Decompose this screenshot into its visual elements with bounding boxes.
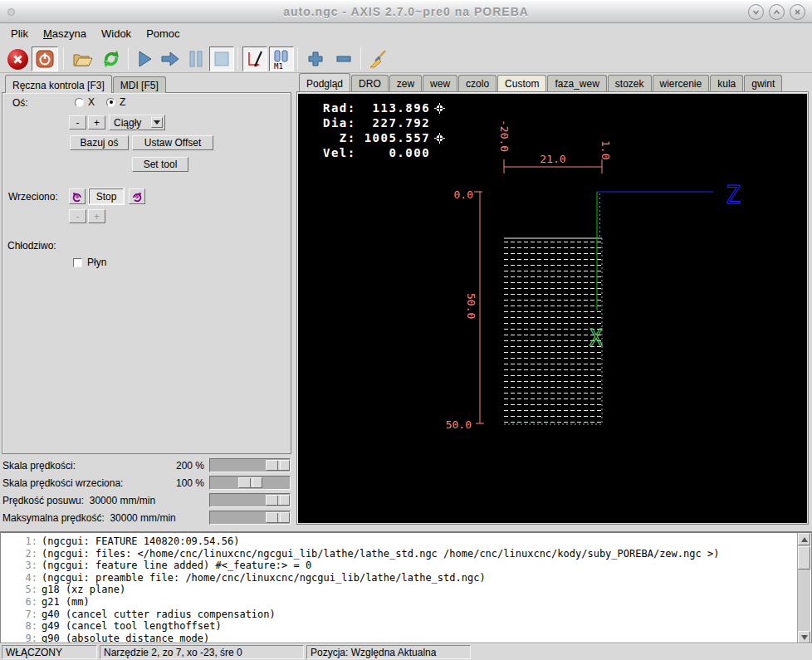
z-axis-letter: Z	[726, 180, 741, 209]
gcode-line-number: 4:	[1, 572, 37, 584]
gcode-line[interactable]: 3: (ngcgui: feature line added) #<_featu…	[1, 560, 811, 572]
toggle-optional-stop-button[interactable]: M1	[269, 46, 294, 71]
spindle-reverse-button[interactable]	[69, 188, 86, 204]
gcode-line-text: g18 (xz plane)	[42, 584, 125, 596]
stop-icon	[213, 51, 230, 67]
tool-info-status: Narzędzie 2, zo 7, xo -23, śre 0	[100, 645, 304, 659]
preview-tab[interactable]: DRO	[351, 75, 389, 91]
slider-handle[interactable]	[266, 495, 290, 506]
scrollbar-thumb[interactable]	[798, 546, 810, 570]
backplot-canvas[interactable]: 21.0 -20.0 1.0 0.0 50.0 50.0 Z X Rad: 11…	[298, 94, 807, 523]
gcode-line[interactable]: 5: g18 (xz plane)	[1, 584, 811, 596]
slider-row: Prędkość posuwu: 30000 mm/min	[0, 492, 292, 509]
preview-tab[interactable]: Custom	[497, 75, 546, 91]
gcode-line[interactable]: 2: (ngcgui: files: </home/cnc/linuxcnc/n…	[1, 548, 811, 560]
maximize-button[interactable]	[769, 4, 785, 20]
jog-minus-button[interactable]: -	[69, 115, 86, 130]
slider-handle[interactable]	[238, 477, 262, 488]
step-line-button[interactable]	[158, 46, 183, 71]
preview-tab[interactable]: stozek	[608, 75, 652, 91]
emergency-stop-button[interactable]	[5, 46, 30, 71]
gcode-line[interactable]: 9: g90 (absolute distance mode)	[1, 633, 811, 643]
gcode-line[interactable]: 1: (ngcgui: FEATURE 140820:09.54.56)	[1, 535, 811, 548]
minus-icon	[335, 50, 353, 68]
gcode-listing[interactable]: 1: (ngcgui: FEATURE 140820:09.54.56) 2: …	[0, 531, 812, 643]
chevron-down-icon	[751, 7, 761, 17]
dro-readout: Rad: 113.896 Dia: 227.792 Z: 1005.557 Ve…	[323, 100, 445, 160]
preview-tab[interactable]: kula	[710, 75, 743, 91]
dim-origin-label: 0.0	[454, 188, 473, 201]
zoom-out-button[interactable]	[330, 46, 357, 71]
set-tool-button[interactable]: Set tool	[132, 157, 188, 172]
spindle-slower-button[interactable]: -	[69, 209, 86, 223]
toggle-toolpath-button[interactable]	[242, 46, 267, 71]
set-offset-button[interactable]: Ustaw Offset	[132, 135, 213, 150]
preview-tab[interactable]: wiercenie	[653, 75, 710, 91]
checkbox-icon	[73, 258, 82, 267]
slider-row: Maksymalna prędkość: 30000 mm/min	[0, 510, 292, 526]
gcode-line-text: (ngcgui: preamble file: /home/cnc/linuxc…	[42, 572, 486, 584]
close-button[interactable]	[790, 4, 805, 20]
gcode-scrollbar[interactable]	[797, 533, 810, 643]
dro-z: Z: 1005.557	[323, 131, 430, 144]
machine-state-status: WŁĄCZONY	[2, 645, 97, 659]
gcode-line-text: (ngcgui: files: </home/cnc/linuxcnc/ngcg…	[42, 548, 719, 560]
tab-manual-control[interactable]: Ręczna kontrola [F3]	[5, 75, 112, 93]
spindle-forward-button[interactable]	[129, 188, 145, 204]
minimize-button[interactable]	[748, 4, 764, 20]
axis-radio-group: X Z	[75, 96, 125, 108]
preview-tab[interactable]: zew	[389, 75, 422, 91]
power-icon	[35, 49, 55, 69]
reload-file-button[interactable]	[98, 46, 125, 71]
gcode-line[interactable]: 6: g21 (mm)	[1, 596, 811, 609]
preview-tab[interactable]: faza_wew	[547, 75, 606, 91]
menubar: Plik Maszyna Widok Pomoc	[0, 24, 812, 43]
scroll-down-button[interactable]	[798, 631, 810, 643]
run-program-button[interactable]	[133, 46, 156, 71]
spindle-stop-button[interactable]: Stop	[89, 188, 124, 204]
pause-program-button[interactable]	[184, 46, 208, 71]
stop-program-button[interactable]	[209, 46, 234, 71]
jog-plus-button[interactable]: +	[88, 115, 105, 130]
broom-icon	[369, 49, 389, 69]
radio-icon	[75, 98, 84, 107]
spindle-faster-button[interactable]: +	[88, 209, 105, 223]
menu-item[interactable]: Widok	[94, 26, 139, 42]
preview-tab[interactable]: wew	[423, 75, 457, 91]
gcode-line[interactable]: 7: g40 (cancel cutter radius compensatio…	[1, 609, 811, 621]
axis-radio-option[interactable]: Z	[106, 96, 125, 108]
home-axis-button[interactable]: Bazuj oś	[70, 135, 129, 150]
slider-row: Skala prędkości wrzeciona: 100 %	[0, 475, 292, 491]
slider-trough[interactable]	[209, 493, 291, 507]
zoom-in-button[interactable]	[302, 46, 329, 71]
preview-tab[interactable]: gwint	[744, 75, 782, 91]
open-file-button[interactable]	[70, 46, 96, 71]
tab-mdi[interactable]: MDI [F5]	[113, 76, 166, 93]
toolpath-icon	[245, 49, 265, 69]
jog-mode-select[interactable]: Ciągły	[109, 115, 165, 130]
preview-notebook-tabs: Podgląd DRO zew wew czolo Custom faza_we…	[299, 73, 783, 91]
titlebar[interactable]: auto.ngc - AXIS 2.7.0~pre0 na POREBA	[0, 0, 812, 23]
slider-trough[interactable]	[209, 458, 291, 472]
slider-trough[interactable]	[209, 476, 291, 490]
tab-preview[interactable]: Podgląd	[299, 73, 350, 91]
menu-item[interactable]: Pomoc	[139, 26, 187, 42]
arrow-right-icon	[160, 50, 180, 68]
clear-plot-button[interactable]	[365, 46, 392, 71]
axis-radio-option[interactable]: X	[75, 96, 95, 108]
slider-handle[interactable]	[266, 460, 290, 471]
gcode-line-number: 1:	[1, 535, 37, 548]
slider-handle[interactable]	[266, 512, 290, 523]
coolant-checkbox-row[interactable]: Płyn	[73, 257, 106, 268]
slider-trough[interactable]	[209, 511, 291, 525]
gcode-line[interactable]: 8: g49 (cancel tool lengthoffset)	[1, 620, 811, 633]
scroll-up-button[interactable]	[798, 533, 810, 545]
menu-item[interactable]: Plik	[3, 26, 36, 42]
preview-tab[interactable]: czolo	[458, 75, 496, 91]
gcode-line[interactable]: 4: (ngcgui: preamble file: /home/cnc/lin…	[1, 572, 811, 584]
gcode-line-text: (ngcgui: feature line added) #<_feature:…	[42, 560, 311, 572]
dro-dia: Dia: 227.792	[323, 116, 430, 130]
machine-power-button[interactable]	[32, 46, 58, 71]
menu-item[interactable]: Maszyna	[36, 26, 94, 42]
m1-label: M1	[274, 62, 283, 71]
